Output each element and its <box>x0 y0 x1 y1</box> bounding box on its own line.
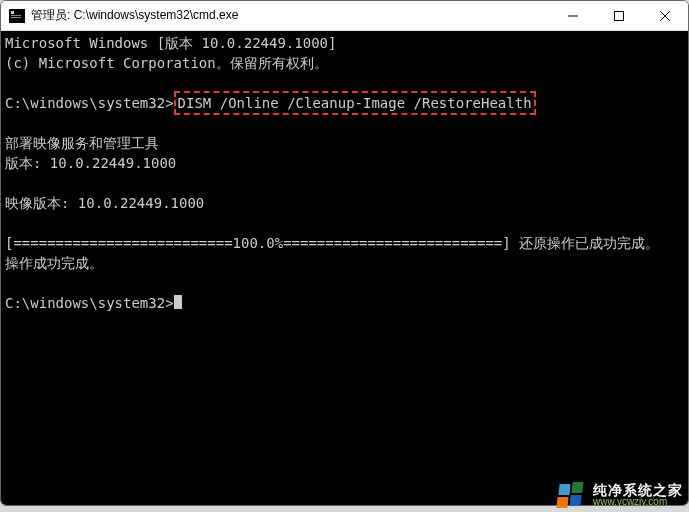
watermark-url: www.ycwzjy.com <box>593 497 683 507</box>
output-line: 映像版本: 10.0.22449.1000 <box>5 195 204 211</box>
watermark-title: 纯净系统之家 <box>593 483 683 497</box>
progress-line: [==========================100.0%=======… <box>5 235 659 251</box>
cursor <box>174 295 182 309</box>
terminal-area[interactable]: Microsoft Windows [版本 10.0.22449.1000] (… <box>1 31 688 505</box>
watermark-logo-icon <box>557 482 587 508</box>
cmd-window: 管理员: C:\windows\system32\cmd.exe Microso… <box>0 0 689 506</box>
titlebar[interactable]: 管理员: C:\windows\system32\cmd.exe <box>1 1 688 31</box>
minimize-button[interactable] <box>550 1 596 31</box>
window-title: 管理员: C:\windows\system32\cmd.exe <box>31 7 238 24</box>
svg-rect-1 <box>615 11 624 20</box>
watermark-text: 纯净系统之家 www.ycwzjy.com <box>593 483 683 507</box>
prompt-path: C:\windows\system32> <box>5 95 174 111</box>
cmd-icon <box>9 9 25 23</box>
output-line: Microsoft Windows [版本 10.0.22449.1000] <box>5 35 336 51</box>
output-line: (c) Microsoft Corporation。保留所有权利。 <box>5 55 328 71</box>
output-line: 操作成功完成。 <box>5 255 103 271</box>
maximize-button[interactable] <box>596 1 642 31</box>
output-line: 部署映像服务和管理工具 <box>5 135 159 151</box>
prompt-path: C:\windows\system32> <box>5 295 174 311</box>
close-button[interactable] <box>642 1 688 31</box>
highlighted-command: DISM /Online /Cleanup-Image /RestoreHeal… <box>174 91 536 115</box>
output-line: 版本: 10.0.22449.1000 <box>5 155 176 171</box>
watermark: 纯净系统之家 www.ycwzjy.com <box>557 482 683 508</box>
